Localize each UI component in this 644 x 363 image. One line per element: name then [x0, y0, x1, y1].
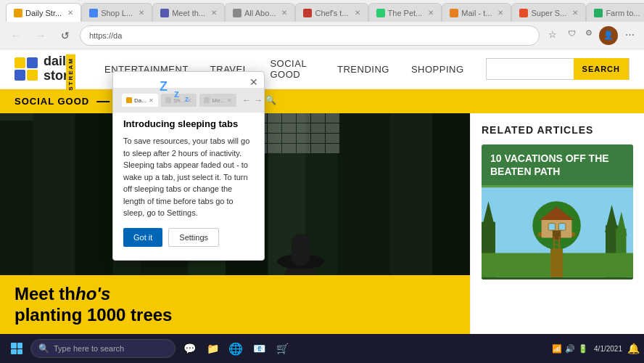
- dialog-description: To save resources, your tabs will go to …: [123, 135, 254, 219]
- dialog-header: ✕: [113, 72, 264, 88]
- tab-farm[interactable]: Farm to... ✕: [586, 3, 644, 22]
- tab-label-farm: Farm to...: [606, 9, 640, 17]
- address-text: https://da: [89, 31, 122, 40]
- tab-all[interactable]: All Abo... ✕: [225, 3, 295, 22]
- dialog-nav-buttons: ← → 🔍: [242, 95, 276, 105]
- tabs-row: Daily Str... ✕ Shop L... ✕ Meet th... ✕ …: [6, 0, 644, 22]
- tab-favicon-chef: [303, 9, 312, 17]
- website: daily story STREAM ENTERTAINMENT TRAVEL …: [0, 49, 644, 334]
- tab-favicon-all: [233, 9, 242, 17]
- dialog-tabs-preview: Da... ✕ Sh... ✕ Me... ✕: [113, 88, 264, 113]
- tab-favicon-farm: [594, 9, 603, 17]
- dialog-back-icon[interactable]: ←: [242, 95, 251, 105]
- tab-close-mail[interactable]: ✕: [498, 9, 503, 17]
- refresh-button[interactable]: ↺: [55, 25, 75, 46]
- settings-icon[interactable]: ⋯: [621, 26, 638, 44]
- address-input[interactable]: https://da: [80, 25, 540, 46]
- dialog-search-icon[interactable]: 🔍: [265, 95, 276, 105]
- tab-label-meet: Meet th...: [172, 9, 205, 17]
- tab-close-all[interactable]: ✕: [281, 9, 287, 17]
- dialog-tab-label: Da...: [134, 97, 146, 104]
- profile-button[interactable]: 👤: [599, 26, 618, 45]
- address-bar: ← → ↺ https://da ☆ 🛡 ⚙ 👤 ⋯: [0, 22, 644, 49]
- dialog-actions: Got it Settings: [123, 228, 254, 254]
- taskbar-search-placeholder: Type here to search: [54, 344, 124, 353]
- dialog-tab-active: Da... ✕: [122, 94, 158, 107]
- taskbar-search-box[interactable]: 🔍 Type here to search: [30, 339, 176, 358]
- dialog-settings-button[interactable]: Settings: [168, 228, 219, 247]
- extension-icon-2[interactable]: ⚙: [582, 26, 596, 41]
- tab-label-chef: Chef's t...: [315, 9, 348, 17]
- tab-super[interactable]: Super S... ✕: [511, 3, 586, 22]
- tab-label-daily: Daily Str...: [25, 9, 62, 17]
- tab-chef[interactable]: Chef's t... ✕: [295, 3, 368, 22]
- back-button[interactable]: ←: [6, 25, 26, 46]
- tab-favicon-mail: [450, 9, 458, 17]
- tab-close-chef[interactable]: ✕: [355, 9, 360, 17]
- taskbar-search-icon: 🔍: [38, 343, 49, 354]
- taskbar-explorer[interactable]: 📁: [202, 338, 223, 359]
- dialog-tab-favicon-3: [204, 97, 210, 103]
- tab-close-super[interactable]: ✕: [572, 9, 578, 17]
- zzz-large: Z: [160, 80, 168, 93]
- dialog-tab-sleeping-2: Me... ✕: [199, 94, 236, 107]
- tab-favicon-thepet: [376, 9, 385, 17]
- system-tray: 📶 🔊 🔋: [552, 343, 588, 354]
- tab-favicon-daily: [14, 9, 22, 17]
- sys-network-icon[interactable]: 📶: [552, 343, 562, 354]
- dialog-close-button[interactable]: ✕: [249, 76, 258, 88]
- sys-battery-icon[interactable]: 🔋: [578, 343, 588, 354]
- tab-meet[interactable]: Meet th... ✕: [152, 3, 225, 22]
- taskbar-right: 📶 🔊 🔋 4/1/2021 🔔: [552, 343, 638, 354]
- win-sq-3: [11, 349, 17, 355]
- taskbar-email[interactable]: 📧: [248, 338, 270, 359]
- tab-thepet[interactable]: The Pet... ✕: [368, 3, 442, 22]
- dialog-body: Introducing sleeping tabs To save resour…: [113, 113, 264, 260]
- dialog-forward-icon[interactable]: →: [254, 95, 263, 105]
- windows-logo: [11, 343, 22, 354]
- taskbar-date: 4/1/2021: [594, 345, 622, 353]
- tab-label-all: All Abo...: [244, 9, 276, 17]
- zzz-small: z: [185, 95, 189, 103]
- forward-button[interactable]: →: [30, 25, 51, 46]
- extension-icon-1[interactable]: 🛡: [564, 26, 579, 41]
- taskbar-app-icons: 💬 📁 🌐 📧 🛒: [178, 338, 293, 359]
- tab-favicon-super: [519, 9, 528, 17]
- tab-mail[interactable]: Mail - t... ✕: [442, 3, 511, 22]
- tab-label-thepet: The Pet...: [388, 9, 423, 17]
- tab-close-thepet[interactable]: ✕: [428, 9, 434, 17]
- taskbar-edge[interactable]: 🌐: [225, 338, 247, 359]
- tab-daily[interactable]: Daily Str... ✕: [6, 3, 81, 22]
- tab-close-shop[interactable]: ✕: [139, 9, 144, 17]
- dialog-tab-label-3: Me...: [212, 97, 225, 104]
- favorites-icon[interactable]: ☆: [544, 26, 561, 44]
- win-sq-2: [17, 343, 23, 348]
- start-button[interactable]: [6, 338, 28, 359]
- browser-frame: Daily Str... ✕ Shop L... ✕ Meet th... ✕ …: [0, 0, 644, 363]
- notification-icon[interactable]: 🔔: [628, 343, 638, 354]
- dialog-tab-x-3[interactable]: ✕: [227, 97, 232, 104]
- dialog-tab-favicon-2: [165, 97, 171, 103]
- win-sq-4: [17, 349, 23, 355]
- taskbar-time[interactable]: 4/1/2021: [594, 345, 622, 353]
- win-sq-1: [11, 343, 17, 348]
- dialog-overlay: Z z z ✕ Da... ✕: [0, 49, 644, 334]
- tab-label-mail: Mail - t...: [461, 9, 492, 17]
- sys-volume-icon[interactable]: 🔊: [565, 343, 575, 354]
- taskbar-cortana[interactable]: 💬: [178, 338, 200, 359]
- dialog-tab-x[interactable]: ✕: [149, 97, 154, 104]
- taskbar-store[interactable]: 🛒: [271, 338, 293, 359]
- tab-favicon-meet: [160, 9, 169, 17]
- got-it-button[interactable]: Got it: [123, 228, 162, 247]
- tab-favicon-shop: [89, 9, 98, 17]
- zzz-medium: z: [174, 88, 179, 99]
- tab-shop[interactable]: Shop L... ✕: [81, 3, 152, 22]
- tab-close-meet[interactable]: ✕: [211, 9, 217, 17]
- page-content: daily story STREAM ENTERTAINMENT TRAVEL …: [0, 49, 644, 334]
- sleeping-tabs-dialog: ✕ Da... ✕ Sh... ✕: [112, 71, 265, 261]
- tab-close-daily[interactable]: ✕: [67, 9, 73, 17]
- title-bar: Daily Str... ✕ Shop L... ✕ Meet th... ✕ …: [0, 0, 644, 22]
- tab-label-super: Super S...: [531, 9, 566, 17]
- tab-label-shop: Shop L...: [101, 9, 133, 17]
- taskbar: 🔍 Type here to search 💬 📁 🌐 📧 🛒 📶 🔊 🔋 4/…: [0, 334, 644, 363]
